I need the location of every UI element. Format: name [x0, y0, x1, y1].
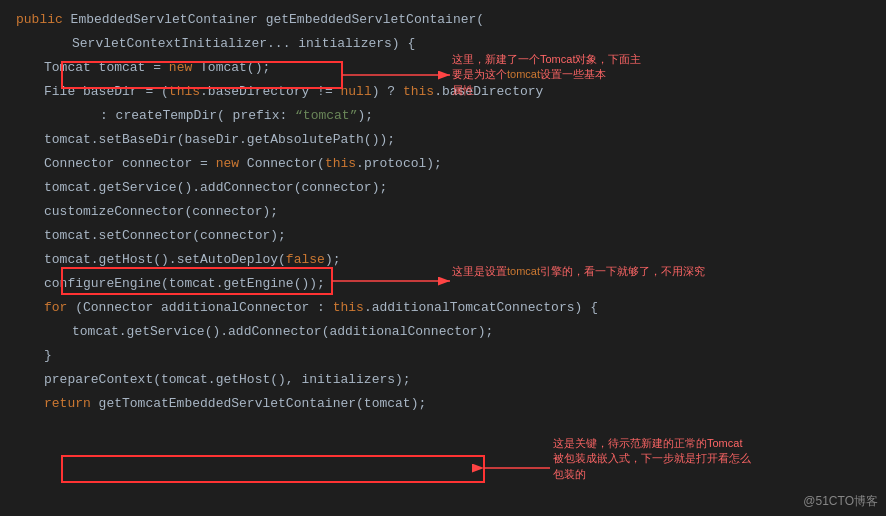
- code-line: configureEngine(tomcat.getEngine());: [0, 272, 886, 296]
- code-text: ServletContextInitializer... initializer…: [0, 33, 415, 55]
- code-text: return getTomcatEmbeddedServletContainer…: [0, 393, 426, 415]
- annotation-3: 这是关键，待示范新建的正常的Tomcat被包装成嵌入式，下一步就是打开看怎么包装…: [553, 436, 751, 482]
- code-line: }: [0, 344, 886, 368]
- code-text: Tomcat tomcat = new Tomcat();: [0, 57, 270, 79]
- code-text: tomcat.setBaseDir(baseDir.getAbsolutePat…: [0, 129, 395, 151]
- code-container: public EmbeddedServletContainer getEmbed…: [0, 0, 886, 516]
- code-line: tomcat.setConnector(connector);: [0, 224, 886, 248]
- code-text: tomcat.getHost().setAutoDeploy(false);: [0, 249, 340, 271]
- code-text: public EmbeddedServletContainer getEmbed…: [0, 9, 484, 31]
- code-line: File baseDir = (this.baseDirectory != nu…: [0, 80, 886, 104]
- code-line: ServletContextInitializer... initializer…: [0, 32, 886, 56]
- code-text: Connector connector = new Connector(this…: [0, 153, 442, 175]
- code-line: return getTomcatEmbeddedServletContainer…: [0, 392, 886, 416]
- code-line: tomcat.setBaseDir(baseDir.getAbsolutePat…: [0, 128, 886, 152]
- code-text: }: [0, 345, 52, 367]
- code-line: for (Connector additionalConnector : thi…: [0, 296, 886, 320]
- code-text: File baseDir = (this.baseDirectory != nu…: [0, 81, 543, 103]
- watermark: @51CTO博客: [803, 493, 878, 510]
- code-text: tomcat.getService().addConnector(additio…: [0, 321, 493, 343]
- code-line: Tomcat tomcat = new Tomcat();: [0, 56, 886, 80]
- code-line: tomcat.getService().addConnector(additio…: [0, 320, 886, 344]
- code-line: prepareContext(tomcat.getHost(), initial…: [0, 368, 886, 392]
- code-lines: public EmbeddedServletContainer getEmbed…: [0, 8, 886, 416]
- code-text: prepareContext(tomcat.getHost(), initial…: [0, 369, 411, 391]
- code-text: for (Connector additionalConnector : thi…: [0, 297, 598, 319]
- code-line: public EmbeddedServletContainer getEmbed…: [0, 8, 886, 32]
- code-text: customizeConnector(connector);: [0, 201, 278, 223]
- code-text: configureEngine(tomcat.getEngine());: [0, 273, 325, 295]
- code-text: : createTempDir( prefix: “tomcat”);: [0, 105, 373, 127]
- svg-rect-2: [62, 456, 484, 482]
- code-text: tomcat.getService().addConnector(connect…: [0, 177, 387, 199]
- code-line: tomcat.getHost().setAutoDeploy(false);: [0, 248, 886, 272]
- code-line: customizeConnector(connector);: [0, 200, 886, 224]
- code-line: Connector connector = new Connector(this…: [0, 152, 886, 176]
- code-line: : createTempDir( prefix: “tomcat”);: [0, 104, 886, 128]
- code-text: tomcat.setConnector(connector);: [0, 225, 286, 247]
- code-line: tomcat.getService().addConnector(connect…: [0, 176, 886, 200]
